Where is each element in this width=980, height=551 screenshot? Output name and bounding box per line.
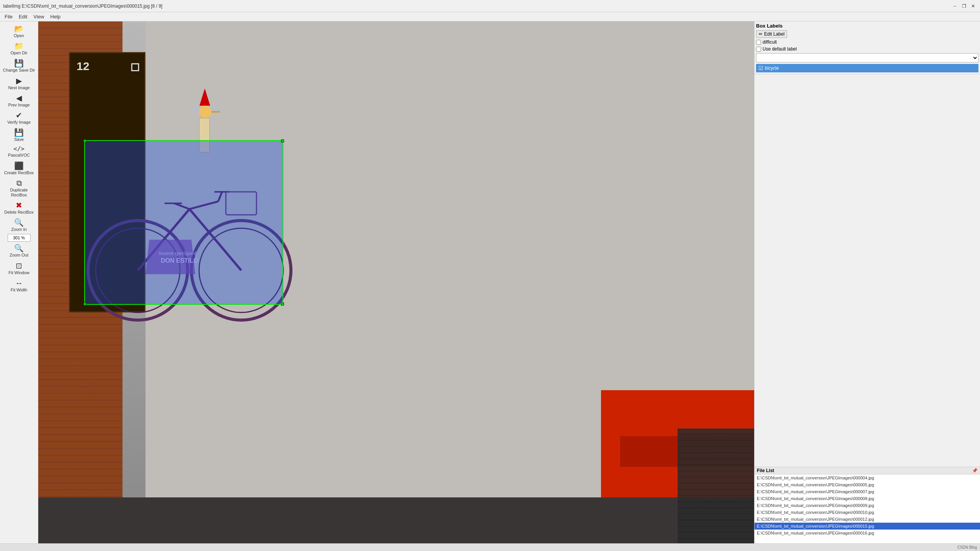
edit-icon: ✏ <box>759 31 763 37</box>
menu-edit[interactable]: Edit <box>16 13 30 20</box>
menu-bar: File Edit View Help <box>0 12 980 21</box>
close-button[interactable]: ✕ <box>969 2 977 10</box>
file-list-items[interactable]: E:\CSDN\xml_txt_mutual_conversion\JPEGIm… <box>755 474 980 543</box>
zoom-in-button[interactable]: 🔍 Zoom In <box>2 217 36 234</box>
spacer <box>755 74 980 467</box>
pin-icon: 📌 <box>972 468 978 473</box>
title-bar: labelImg E:\CSDN\xml_txt_mutual_conversi… <box>0 0 980 12</box>
file-list-item[interactable]: E:\CSDN\xml_txt_mutual_conversion\JPEGIm… <box>755 509 980 516</box>
file-list-item[interactable]: E:\CSDN\xml_txt_mutual_conversion\JPEGIm… <box>755 502 980 509</box>
difficult-checkbox[interactable] <box>756 40 761 45</box>
pascal-voc-label: PascalVOC <box>8 153 30 158</box>
label-dropdown-container: bicycle <box>756 53 978 62</box>
window-controls: − ❐ ✕ <box>951 2 977 10</box>
zoom-value-display: 301 % <box>8 234 31 242</box>
fit-window-icon: ⊡ <box>16 262 22 270</box>
file-list-header: File List 📌 <box>755 467 980 474</box>
delete-rectbox-button[interactable]: ✖ Delete RectBox <box>2 200 36 216</box>
create-rectbox-icon: ⬛ <box>14 162 24 170</box>
duplicate-rectbox-label: Duplicate RectBox <box>3 188 36 198</box>
label-text: bicycle <box>765 65 779 71</box>
verify-image-icon: ✔ <box>16 111 22 119</box>
file-list-item[interactable]: E:\CSDN\xml_txt_mutual_conversion\JPEGIm… <box>755 488 980 495</box>
create-rectbox-button[interactable]: ⬛ Create RectBox <box>2 160 36 177</box>
save-icon: 💾 <box>14 129 24 136</box>
open-label: Open <box>14 33 24 38</box>
change-save-dir-icon: 💾 <box>14 59 24 67</box>
delete-rectbox-label: Delete RectBox <box>4 210 33 215</box>
use-default-label-checkbox[interactable] <box>756 47 761 52</box>
edit-label-button[interactable]: ✏ Edit Label <box>756 30 787 38</box>
pascal-voc-icon: </> <box>13 146 24 152</box>
open-icon: 📂 <box>14 25 24 33</box>
fit-width-button[interactable]: ↔ Fit Width <box>2 278 36 294</box>
next-image-button[interactable]: ▶ Next Image <box>2 75 36 92</box>
zoom-in-icon: 🔍 <box>14 219 24 226</box>
file-list-item[interactable]: E:\CSDN\xml_txt_mutual_conversion\JPEGIm… <box>755 516 980 523</box>
pascal-voc-button[interactable]: </> PascalVOC <box>2 144 36 159</box>
status-text: CSDN Blog <box>957 545 977 549</box>
delete-rectbox-icon: ✖ <box>16 201 22 209</box>
prev-image-button[interactable]: ◀ Prev Image <box>2 93 36 109</box>
canvas-area[interactable]: 12 ◻ <box>38 21 754 543</box>
open-dir-label: Open Dir <box>10 51 27 56</box>
duplicate-rectbox-icon: ⧉ <box>16 179 22 187</box>
window-title: labelImg E:\CSDN\xml_txt_mutual_conversi… <box>3 3 162 9</box>
restore-button[interactable]: ❐ <box>960 2 968 10</box>
file-list-item[interactable]: E:\CSDN\xml_txt_mutual_conversion\JPEGIm… <box>755 523 980 530</box>
zoom-out-label: Zoom Out <box>10 253 28 258</box>
create-rectbox-label: Create RectBox <box>4 170 34 175</box>
next-image-icon: ▶ <box>16 77 22 85</box>
file-list-item[interactable]: E:\CSDN\xml_txt_mutual_conversion\JPEGIm… <box>755 474 980 481</box>
label-check-icon: ☑ <box>758 65 763 71</box>
label-dropdown[interactable]: bicycle <box>756 53 978 62</box>
main-layout: 📂 Open 📁 Open Dir 💾 Change Save Dir ▶ Ne… <box>0 21 980 543</box>
open-dir-icon: 📁 <box>14 42 24 50</box>
minimize-button[interactable]: − <box>951 2 959 10</box>
file-list-item[interactable]: E:\CSDN\xml_txt_mutual_conversion\JPEGIm… <box>755 481 980 488</box>
menu-file[interactable]: File <box>2 13 16 20</box>
open-button[interactable]: 📂 Open <box>2 23 36 40</box>
file-list-section: File List 📌 E:\CSDN\xml_txt_mutual_conve… <box>755 467 980 543</box>
fit-window-label: Fit Window <box>8 270 29 275</box>
zoom-in-label: Zoom In <box>11 227 26 232</box>
file-list-item[interactable]: E:\CSDN\xml_txt_mutual_conversion\JPEGIm… <box>755 530 980 536</box>
menu-view[interactable]: View <box>30 13 47 20</box>
duplicate-rectbox-button[interactable]: ⧉ Duplicate RectBox <box>2 178 36 199</box>
save-button[interactable]: 💾 Save <box>2 127 36 144</box>
prev-image-icon: ◀ <box>16 94 22 102</box>
next-image-label: Next Image <box>8 85 29 90</box>
use-default-label-row: Use default label <box>756 46 978 52</box>
zoom-out-icon: 🔍 <box>14 244 24 252</box>
prev-image-label: Prev Image <box>8 103 29 108</box>
toolbar: 📂 Open 📁 Open Dir 💾 Change Save Dir ▶ Ne… <box>0 21 38 543</box>
fit-window-button[interactable]: ⊡ Fit Window <box>2 260 36 277</box>
fit-width-icon: ↔ <box>15 279 23 287</box>
labels-list: ☑ bicycle <box>756 64 978 72</box>
box-labels-title: Box Labels <box>756 23 978 29</box>
change-save-dir-label: Change Save Dir <box>3 68 35 73</box>
difficult-row: difficult <box>756 39 978 45</box>
box-labels-section: Box Labels ✏ Edit Label difficult Use de… <box>755 21 980 74</box>
file-list-item[interactable]: E:\CSDN\xml_txt_mutual_conversion\JPEGIm… <box>755 495 980 502</box>
zoom-out-button[interactable]: 🔍 Zoom Out <box>2 243 36 259</box>
save-label: Save <box>14 137 24 142</box>
fit-width-label: Fit Width <box>11 288 27 293</box>
verify-image-label: Verify Image <box>7 120 31 125</box>
menu-help[interactable]: Help <box>47 13 64 20</box>
verify-image-button[interactable]: ✔ Verify Image <box>2 110 36 126</box>
change-save-dir-button[interactable]: 💾 Change Save Dir <box>2 58 36 74</box>
status-bar: CSDN Blog <box>0 543 980 551</box>
file-list-title: File List <box>757 468 774 473</box>
label-item[interactable]: ☑ bicycle <box>756 64 978 72</box>
right-panel: Box Labels ✏ Edit Label difficult Use de… <box>754 21 980 543</box>
use-default-label-text: Use default label <box>763 46 797 52</box>
difficult-label: difficult <box>763 39 777 45</box>
open-dir-button[interactable]: 📁 Open Dir <box>2 41 36 57</box>
